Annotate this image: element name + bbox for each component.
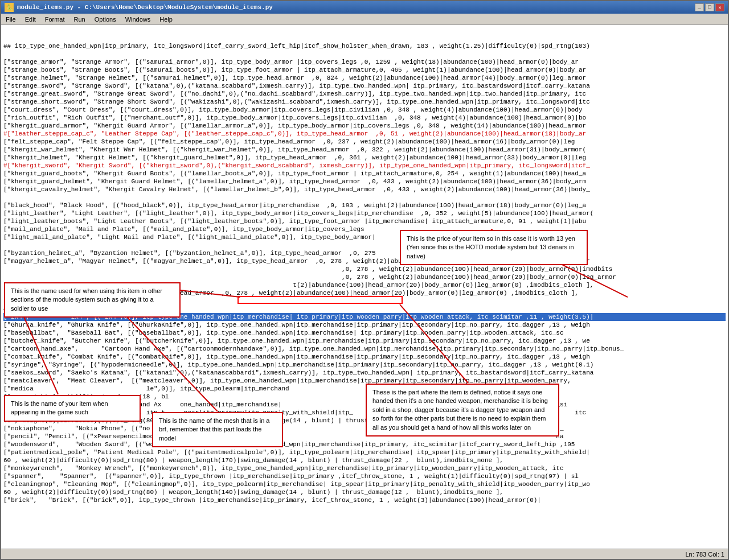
code-line: ["felt_steppe_cap", "Felt Steppe Cap", [… <box>3 138 726 146</box>
menu-file[interactable]: File <box>1 15 21 24</box>
annotation-3: This is the name of the mesh that is in … <box>152 412 283 447</box>
title-bar: 🐍 module_items.py - C:\Users\Home\Deskto… <box>1 1 728 14</box>
window-title: module_items.py - C:\Users\Home\Desktop\… <box>17 4 273 11</box>
code-line: ["khergit_helmet", "Khergit Helmet", [("… <box>3 154 726 162</box>
annotation-1: This is the name used for when using thi… <box>4 282 181 318</box>
code-line: ["cleaningmop", "Cleaning Mop", [("clean… <box>3 480 726 488</box>
maximize-button[interactable]: □ <box>705 3 714 11</box>
code-line: ["combat_knife", "Combat Knife", [("comb… <box>3 353 726 361</box>
code-line: ["magyar_helmet_a", "Magyar Helmet", [("… <box>3 257 726 265</box>
code-line: ["strange_helmet", "Strange Helmet", [("… <box>3 74 726 82</box>
code-line <box>3 193 726 201</box>
menu-help[interactable]: Help <box>155 15 177 24</box>
code-line: ["khergit_guard_helmet", "Khergit Guard … <box>3 178 726 186</box>
code-line: ["mail_and_plate", "Mail and Plate", [("… <box>3 225 726 233</box>
code-line: ["light_mail_and_plate", "Light Mail and… <box>3 233 726 241</box>
code-line: ["khergit_guard_armor", "Khergit Guard A… <box>3 122 726 130</box>
code-line: ["syringe", "Syringe", [("hypodermicneed… <box>3 361 726 369</box>
code-line: ["khergit_war_helmet", "Khergit War Helm… <box>3 146 726 154</box>
code-line: ["baseballbat", "Baseball Bat", [("baseb… <box>3 329 726 337</box>
code-line: #["khergit_sword", "Khergit Sword", [("k… <box>3 162 726 170</box>
code-line: ["khergit_cavalry_helmet", "Khergit Cava… <box>3 186 726 193</box>
code-line: ["spanner", "Spanner", [("spanner",0)], … <box>3 472 726 480</box>
menu-windows[interactable]: Windows <box>121 15 155 24</box>
code-line: 60 , weight(2)|difficulty(0)|spd_rtng(80… <box>3 488 726 496</box>
menu-bar: File Edit Format Run Options Windows Hel… <box>1 14 728 25</box>
code-line: ,0, 278 , weight(2)|abundance(100)|head_… <box>3 273 726 281</box>
code-line: ["saekos_sword", "Saeko's Katana", [("ka… <box>3 369 726 377</box>
code-line: ["strange_sword", "Strange Sword", [("ka… <box>3 82 726 90</box>
code-line: ["light_leather_boots", "Light Leather B… <box>3 217 726 225</box>
code-line: ["medica le",0)], itp_type_polearm|itp_m… <box>3 385 726 393</box>
code-line: ["strange_short_sword", "Strange Short S… <box>3 98 726 106</box>
code-line: 60 , weight(2)|difficulty(0)|spd_rtng(80… <box>3 456 726 464</box>
menu-options[interactable]: Options <box>90 15 121 24</box>
code-line: ["light_leather", "Light Leather", [("li… <box>3 209 726 217</box>
code-line: ["nokiaphone", "Nokia Phone", [("no d_ <box>3 425 726 433</box>
code-line: ["cartoon_hand_axe", "Cartoon Hand Axe",… <box>3 345 726 353</box>
code-line: ["strange_great_sword", "Strange Great S… <box>3 90 726 98</box>
status-bar: Ln: 783 Col: 1 <box>1 549 728 559</box>
code-line: ["byzantion_helmet_a", "Byzantion Helmet… <box>3 249 726 257</box>
code-line: ,0, 278 , weight(2)|abundance(100)|head_… <box>3 265 726 273</box>
code-line: #["leather_steppe_cap_c", "Leather Stepp… <box>3 130 726 138</box>
code-line: ["strange_armor", "Strange Armor", [("sa… <box>3 58 726 66</box>
code-line: ["butcher_knife", "Butcher Knife", [("bu… <box>3 337 726 345</box>
title-bar-controls[interactable]: _ □ ✕ <box>695 3 724 11</box>
code-line: ["strange_boots", "Strange Boots", [("sa… <box>3 66 726 74</box>
minimize-button[interactable]: _ <box>695 3 704 11</box>
menu-edit[interactable]: Edit <box>21 15 40 24</box>
app-icon: 🐍 <box>5 3 14 12</box>
code-line: ["monkeywrench", "Monkey Wrench", [("mon… <box>3 464 726 472</box>
title-bar-left: 🐍 module_items.py - C:\Users\Home\Deskto… <box>5 3 273 12</box>
code-line: ## itp_type_one_handed_wpn|itp_primary, … <box>3 42 726 50</box>
code-line: ["meatcleaver", "Meat Cleaver", [("meatc… <box>3 377 726 385</box>
menu-run[interactable]: Run <box>69 15 90 24</box>
code-line: ["khergit_guard_boots", "Khergit Guard B… <box>3 170 726 178</box>
code-line <box>3 241 726 249</box>
code-line <box>3 50 726 58</box>
close-button[interactable]: ✕ <box>715 3 724 11</box>
code-line: ["patientmedical_pole", "Patient Medical… <box>3 448 726 456</box>
code-line: ["black_hood", "Black Hood", [("hood_bla… <box>3 201 726 209</box>
menu-format[interactable]: Format <box>40 15 69 24</box>
code-line: ["pencil", "Pencil", [("xPearsepencilmod… <box>3 433 726 440</box>
status-text: Ln: 783 Col: 1 <box>686 551 725 558</box>
code-line: ["court_dress", "Court Dress", [("court_… <box>3 106 726 114</box>
editor-container: ## itp_type_one_handed_wpn|itp_primary, … <box>1 25 728 549</box>
annotation-2: This is the name of your item when appea… <box>4 395 141 422</box>
annotation-4: These is the part where the item is defi… <box>366 384 559 437</box>
code-line: ["brick", "Brick", [("brick",0)], itp_ty… <box>3 496 726 504</box>
annotation-0: This is the price of your item so in thi… <box>400 230 588 265</box>
main-window: 🐍 module_items.py - C:\Users\Home\Deskto… <box>0 0 729 560</box>
code-line: ["Ghurka_knife", "Ghurka Knife", [("Ghur… <box>3 321 726 329</box>
code-line: ["rich_outfit", "Rich Outfit", [("mercha… <box>3 114 726 122</box>
code-line: ["woodensword", "Wooden Sword", [("woode… <box>3 440 726 448</box>
